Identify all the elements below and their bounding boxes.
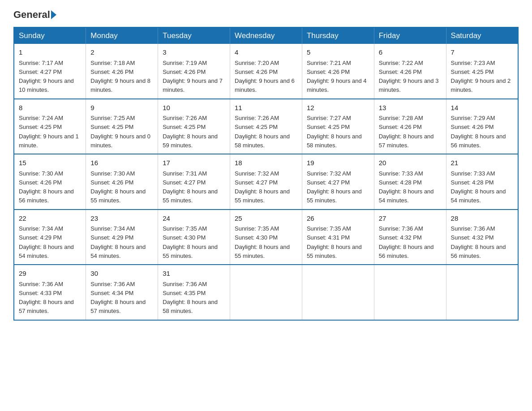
calendar-cell: 27Sunrise: 7:36 AMSunset: 4:32 PMDayligh…	[374, 210, 446, 265]
calendar-cell: 5Sunrise: 7:21 AMSunset: 4:26 PMDaylight…	[302, 44, 374, 99]
day-info: Sunrise: 7:19 AMSunset: 4:26 PMDaylight:…	[163, 60, 223, 94]
calendar-cell: 21Sunrise: 7:33 AMSunset: 4:28 PMDayligh…	[446, 154, 518, 210]
calendar-cell	[446, 265, 518, 320]
weekday-header-friday: Friday	[374, 27, 446, 44]
day-info: Sunrise: 7:36 AMSunset: 4:32 PMDaylight:…	[451, 225, 506, 259]
calendar-cell: 15Sunrise: 7:30 AMSunset: 4:26 PMDayligh…	[14, 154, 86, 210]
day-number: 7	[451, 47, 513, 58]
calendar-week-row: 22Sunrise: 7:34 AMSunset: 4:29 PMDayligh…	[14, 210, 518, 265]
calendar-cell: 30Sunrise: 7:36 AMSunset: 4:34 PMDayligh…	[86, 265, 158, 320]
day-number: 12	[307, 103, 369, 113]
day-info: Sunrise: 7:34 AMSunset: 4:29 PMDaylight:…	[90, 225, 146, 259]
day-number: 26	[307, 214, 369, 224]
day-info: Sunrise: 7:24 AMSunset: 4:25 PMDaylight:…	[19, 115, 79, 149]
day-info: Sunrise: 7:33 AMSunset: 4:28 PMDaylight:…	[379, 170, 434, 204]
calendar-cell: 11Sunrise: 7:26 AMSunset: 4:25 PMDayligh…	[230, 99, 302, 154]
day-info: Sunrise: 7:23 AMSunset: 4:25 PMDaylight:…	[451, 60, 511, 94]
calendar-cell: 9Sunrise: 7:25 AMSunset: 4:25 PMDaylight…	[86, 99, 158, 154]
day-info: Sunrise: 7:18 AMSunset: 4:26 PMDaylight:…	[90, 60, 150, 94]
calendar-cell: 17Sunrise: 7:31 AMSunset: 4:27 PMDayligh…	[158, 154, 230, 210]
calendar-cell	[302, 265, 374, 320]
calendar-cell: 31Sunrise: 7:36 AMSunset: 4:35 PMDayligh…	[158, 265, 230, 320]
weekday-header-saturday: Saturday	[446, 27, 518, 44]
day-number: 2	[90, 47, 153, 58]
weekday-header-monday: Monday	[86, 27, 158, 44]
day-number: 30	[90, 269, 153, 279]
calendar-header-row: SundayMondayTuesdayWednesdayThursdayFrid…	[14, 27, 518, 44]
logo: General	[13, 9, 57, 19]
day-number: 27	[379, 214, 442, 224]
calendar-cell: 3Sunrise: 7:19 AMSunset: 4:26 PMDaylight…	[158, 44, 230, 99]
day-info: Sunrise: 7:20 AMSunset: 4:26 PMDaylight:…	[235, 60, 295, 94]
calendar-cell: 8Sunrise: 7:24 AMSunset: 4:25 PMDaylight…	[14, 99, 86, 154]
day-number: 29	[19, 269, 81, 279]
calendar-cell: 7Sunrise: 7:23 AMSunset: 4:25 PMDaylight…	[446, 44, 518, 99]
calendar-cell: 19Sunrise: 7:32 AMSunset: 4:27 PMDayligh…	[302, 154, 374, 210]
day-info: Sunrise: 7:26 AMSunset: 4:25 PMDaylight:…	[163, 115, 218, 149]
calendar-cell: 25Sunrise: 7:35 AMSunset: 4:30 PMDayligh…	[230, 210, 302, 265]
day-info: Sunrise: 7:32 AMSunset: 4:27 PMDaylight:…	[235, 170, 290, 204]
day-number: 21	[451, 158, 513, 168]
day-info: Sunrise: 7:33 AMSunset: 4:28 PMDaylight:…	[451, 170, 506, 204]
calendar-cell: 24Sunrise: 7:35 AMSunset: 4:30 PMDayligh…	[158, 210, 230, 265]
day-number: 9	[90, 103, 153, 113]
calendar-cell: 29Sunrise: 7:36 AMSunset: 4:33 PMDayligh…	[14, 265, 86, 320]
calendar-week-row: 29Sunrise: 7:36 AMSunset: 4:33 PMDayligh…	[14, 265, 518, 320]
day-number: 16	[90, 158, 153, 168]
day-info: Sunrise: 7:35 AMSunset: 4:31 PMDaylight:…	[307, 225, 362, 259]
day-info: Sunrise: 7:36 AMSunset: 4:34 PMDaylight:…	[90, 281, 146, 315]
day-number: 20	[379, 158, 442, 168]
weekday-header-tuesday: Tuesday	[158, 27, 230, 44]
day-info: Sunrise: 7:34 AMSunset: 4:29 PMDaylight:…	[19, 225, 74, 259]
day-info: Sunrise: 7:30 AMSunset: 4:26 PMDaylight:…	[19, 170, 74, 204]
calendar-cell: 6Sunrise: 7:22 AMSunset: 4:26 PMDaylight…	[374, 44, 446, 99]
calendar-week-row: 8Sunrise: 7:24 AMSunset: 4:25 PMDaylight…	[14, 99, 518, 154]
day-number: 3	[163, 47, 225, 58]
day-info: Sunrise: 7:21 AMSunset: 4:26 PMDaylight:…	[307, 60, 367, 94]
day-number: 15	[19, 158, 81, 168]
day-info: Sunrise: 7:27 AMSunset: 4:25 PMDaylight:…	[307, 115, 362, 149]
day-info: Sunrise: 7:36 AMSunset: 4:32 PMDaylight:…	[379, 225, 434, 259]
day-info: Sunrise: 7:35 AMSunset: 4:30 PMDaylight:…	[163, 225, 218, 259]
day-number: 8	[19, 103, 81, 113]
day-info: Sunrise: 7:30 AMSunset: 4:26 PMDaylight:…	[90, 170, 146, 204]
calendar-cell: 23Sunrise: 7:34 AMSunset: 4:29 PMDayligh…	[86, 210, 158, 265]
day-info: Sunrise: 7:17 AMSunset: 4:27 PMDaylight:…	[19, 60, 74, 94]
calendar-cell: 20Sunrise: 7:33 AMSunset: 4:28 PMDayligh…	[374, 154, 446, 210]
logo-arrow-icon	[51, 10, 56, 19]
day-number: 25	[235, 214, 297, 224]
weekday-header-wednesday: Wednesday	[230, 27, 302, 44]
logo-general: General	[13, 9, 50, 21]
day-info: Sunrise: 7:32 AMSunset: 4:27 PMDaylight:…	[307, 170, 362, 204]
day-number: 18	[235, 158, 297, 168]
calendar-cell: 10Sunrise: 7:26 AMSunset: 4:25 PMDayligh…	[158, 99, 230, 154]
calendar-cell: 2Sunrise: 7:18 AMSunset: 4:26 PMDaylight…	[86, 44, 158, 99]
day-number: 4	[235, 47, 297, 58]
calendar-cell	[374, 265, 446, 320]
day-number: 22	[19, 214, 81, 224]
calendar-cell: 12Sunrise: 7:27 AMSunset: 4:25 PMDayligh…	[302, 99, 374, 154]
day-number: 28	[451, 214, 513, 224]
day-info: Sunrise: 7:31 AMSunset: 4:27 PMDaylight:…	[163, 170, 218, 204]
day-info: Sunrise: 7:25 AMSunset: 4:25 PMDaylight:…	[90, 115, 150, 149]
calendar-cell: 13Sunrise: 7:28 AMSunset: 4:26 PMDayligh…	[374, 99, 446, 154]
day-info: Sunrise: 7:36 AMSunset: 4:33 PMDaylight:…	[19, 281, 74, 315]
day-number: 17	[163, 158, 225, 168]
day-number: 1	[19, 47, 81, 58]
weekday-header-sunday: Sunday	[14, 27, 86, 44]
day-info: Sunrise: 7:35 AMSunset: 4:30 PMDaylight:…	[235, 225, 290, 259]
day-number: 14	[451, 103, 513, 113]
day-info: Sunrise: 7:22 AMSunset: 4:26 PMDaylight:…	[379, 60, 439, 94]
day-number: 19	[307, 158, 369, 168]
calendar-cell: 1Sunrise: 7:17 AMSunset: 4:27 PMDaylight…	[14, 44, 86, 99]
calendar-cell: 4Sunrise: 7:20 AMSunset: 4:26 PMDaylight…	[230, 44, 302, 99]
day-number: 13	[379, 103, 442, 113]
day-number: 6	[379, 47, 442, 58]
calendar-cell	[230, 265, 302, 320]
calendar-week-row: 1Sunrise: 7:17 AMSunset: 4:27 PMDaylight…	[14, 44, 518, 99]
day-number: 24	[163, 214, 225, 224]
day-info: Sunrise: 7:29 AMSunset: 4:26 PMDaylight:…	[451, 115, 506, 149]
day-number: 11	[235, 103, 297, 113]
calendar-cell: 16Sunrise: 7:30 AMSunset: 4:26 PMDayligh…	[86, 154, 158, 210]
day-number: 5	[307, 47, 369, 58]
